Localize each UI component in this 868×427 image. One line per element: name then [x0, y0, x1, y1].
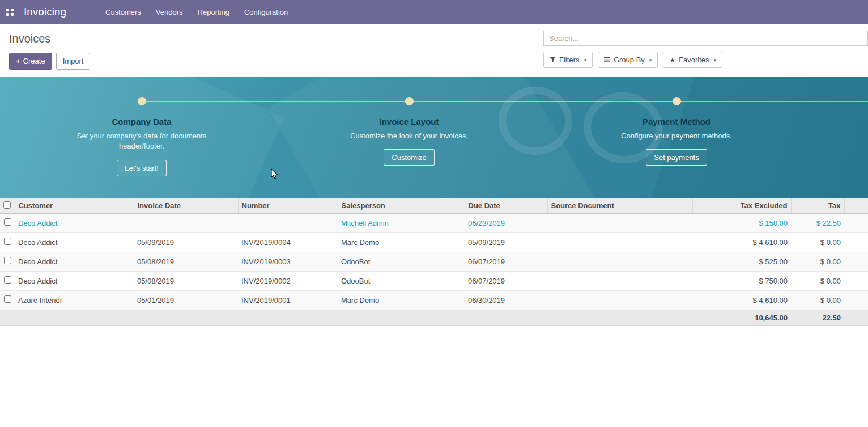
cell-due-date[interactable]: 05/09/2019 — [465, 232, 547, 252]
row-checkbox[interactable] — [4, 238, 11, 245]
star-icon: ★ — [669, 56, 675, 64]
cell-number[interactable]: INV/2019/0002 — [238, 271, 338, 290]
onboarding-banner: Company Data Set your company's data for… — [0, 77, 868, 198]
cell-due-date[interactable]: 06/23/2019 — [465, 213, 547, 232]
cell-number[interactable]: INV/2019/0003 — [238, 252, 338, 271]
table-header-row: Customer Invoice Date Number Salesperson… — [0, 198, 868, 213]
select-all-checkbox[interactable] — [3, 201, 11, 209]
app-title[interactable]: Invoicing — [19, 0, 75, 24]
column-header-tax-excluded[interactable]: Tax Excluded — [692, 198, 791, 213]
cell-source-document[interactable] — [547, 290, 692, 310]
cell-salesperson[interactable]: OdooBot — [338, 252, 465, 271]
cell-source-document[interactable] — [547, 271, 692, 290]
row-checkbox[interactable] — [4, 218, 11, 226]
column-header-number[interactable]: Number — [238, 198, 338, 213]
invoices-table: Customer Invoice Date Number Salesperson… — [0, 198, 868, 326]
step-dot — [673, 97, 681, 105]
menu-reporting[interactable]: Reporting — [190, 0, 237, 24]
cell-salesperson[interactable]: Mitchell Admin — [338, 213, 465, 232]
table-row[interactable]: Deco Addict Mitchell Admin 06/23/2019 $ … — [0, 213, 868, 232]
cell-tax-excluded[interactable]: $ 750.00 — [692, 271, 791, 290]
cell-source-document[interactable] — [547, 232, 692, 252]
table-row[interactable]: Deco Addict 05/09/2019 INV/2019/0004 Mar… — [0, 232, 868, 252]
apps-grid-icon — [6, 9, 14, 16]
cell-tax-excluded[interactable]: $ 4,610.00 — [692, 232, 791, 252]
chevron-down-icon: ▾ — [584, 57, 586, 63]
cell-customer[interactable]: Deco Addict — [15, 252, 134, 271]
search-input[interactable] — [543, 31, 868, 46]
row-checkbox[interactable] — [4, 276, 11, 284]
cell-tax-excluded[interactable]: $ 150.00 — [692, 213, 791, 232]
apps-menu-button[interactable] — [0, 0, 19, 24]
cell-number[interactable]: INV/2019/0001 — [238, 290, 338, 310]
group-by-dropdown[interactable]: Group By ▾ — [598, 52, 658, 68]
cell-customer[interactable]: Deco Addict — [15, 232, 134, 252]
column-header-due-date[interactable]: Due Date — [465, 198, 547, 213]
step-dot — [138, 97, 146, 105]
column-header-customer[interactable]: Customer — [15, 198, 134, 213]
onboarding-step-payment-method: Payment Method Configure your payment me… — [543, 77, 810, 177]
cell-source-document[interactable] — [547, 252, 692, 271]
table-row[interactable]: Deco Addict 05/08/2019 INV/2019/0003 Odo… — [0, 252, 868, 271]
cell-tax[interactable]: $ 0.00 — [791, 271, 844, 290]
cell-invoice-date[interactable]: 05/09/2019 — [134, 232, 238, 252]
column-header-invoice-date[interactable]: Invoice Date — [134, 198, 238, 213]
cell-tax[interactable]: $ 0.00 — [791, 252, 844, 271]
step-title: Company Data — [112, 117, 171, 126]
cell-due-date[interactable]: 06/07/2019 — [465, 271, 547, 290]
row-checkbox[interactable] — [4, 257, 11, 264]
menu-vendors[interactable]: Vendors — [148, 0, 190, 24]
column-header-tax[interactable]: Tax — [791, 198, 844, 213]
step-title: Invoice Layout — [379, 117, 439, 126]
chevron-down-icon: ▾ — [649, 57, 652, 63]
cell-invoice-date[interactable]: 05/08/2019 — [134, 252, 238, 271]
column-header-source-document[interactable]: Source Document — [547, 198, 692, 213]
cell-salesperson[interactable]: Marc Demo — [338, 290, 465, 310]
table-row[interactable]: Azure Interior 05/01/2019 INV/2019/0001 … — [0, 290, 868, 310]
set-payments-button[interactable]: Set payments — [646, 149, 707, 166]
step-description: Set your company's data for documents he… — [74, 131, 210, 153]
filter-icon — [550, 57, 556, 63]
top-menu: Customers Vendors Reporting Configuratio… — [98, 0, 295, 24]
cell-salesperson[interactable]: Marc Demo — [338, 232, 465, 252]
menu-configuration[interactable]: Configuration — [237, 0, 295, 24]
cell-source-document[interactable] — [547, 213, 692, 232]
table-row[interactable]: Deco Addict 05/08/2019 INV/2019/0002 Odo… — [0, 271, 868, 290]
step-description: Configure your payment methods. — [609, 131, 744, 142]
cell-salesperson[interactable]: OdooBot — [338, 271, 465, 290]
select-all-checkbox-cell[interactable] — [0, 198, 15, 213]
favorites-dropdown[interactable]: ★ Favorites ▾ — [663, 52, 722, 68]
filters-dropdown[interactable]: Filters ▾ — [543, 52, 593, 68]
cell-invoice-date[interactable]: 05/01/2019 — [134, 290, 238, 310]
cell-tax-excluded[interactable]: $ 525.00 — [692, 252, 791, 271]
cell-due-date[interactable]: 06/07/2019 — [465, 252, 547, 271]
cell-number[interactable] — [238, 213, 338, 232]
step-description: Customize the look of your invoices. — [341, 131, 477, 142]
mouse-cursor — [271, 168, 280, 180]
totals-row: 10,645.00 22.50 — [0, 310, 868, 325]
cell-customer[interactable]: Azure Interior — [15, 290, 134, 310]
cell-customer[interactable]: Deco Addict — [15, 213, 134, 232]
cell-due-date[interactable]: 06/30/2019 — [465, 290, 547, 310]
menu-customers[interactable]: Customers — [98, 0, 148, 24]
column-header-spacer — [844, 198, 868, 213]
row-checkbox[interactable] — [4, 295, 11, 303]
cell-number[interactable]: INV/2019/0004 — [238, 232, 338, 252]
lets-start-button[interactable]: Let's start! — [117, 160, 167, 176]
cell-invoice-date[interactable]: 05/08/2019 — [134, 271, 238, 290]
column-header-salesperson[interactable]: Salesperson — [338, 198, 465, 213]
chevron-down-icon: ▾ — [714, 57, 717, 63]
cell-tax[interactable]: $ 0.00 — [791, 290, 844, 310]
cell-tax[interactable]: $ 22.50 — [791, 213, 844, 232]
cell-customer[interactable]: Deco Addict — [15, 271, 134, 290]
step-dot — [405, 97, 414, 105]
customize-button[interactable]: Customize — [384, 149, 434, 166]
page-title: Invoices — [9, 32, 90, 45]
cell-tax-excluded[interactable]: $ 4,610.00 — [692, 290, 791, 310]
cell-invoice-date[interactable] — [134, 213, 238, 232]
import-button[interactable]: Import — [56, 53, 91, 70]
onboarding-step-invoice-layout: Invoice Layout Customize the look of you… — [275, 77, 543, 177]
total-tax: 22.50 — [791, 310, 844, 325]
create-button[interactable]: +Create — [9, 53, 52, 70]
cell-tax[interactable]: $ 0.00 — [791, 232, 844, 252]
